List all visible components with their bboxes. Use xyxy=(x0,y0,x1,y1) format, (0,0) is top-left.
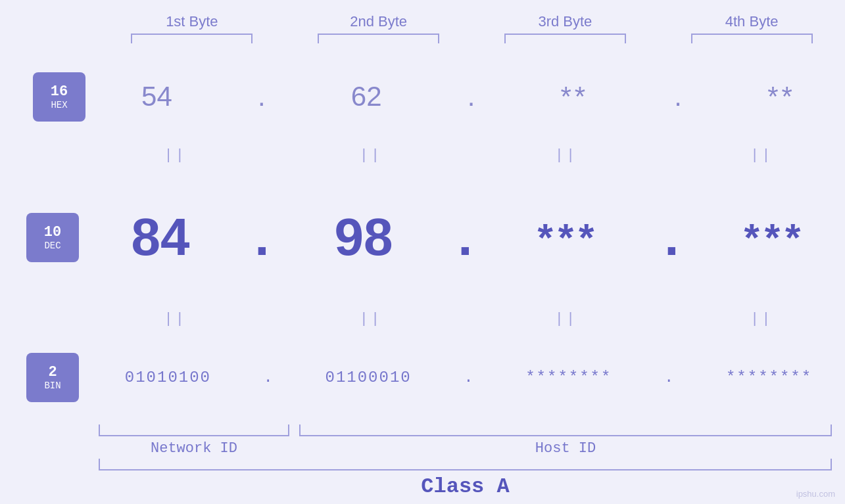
dec-d3: . xyxy=(664,207,679,267)
hex-b1: 54 xyxy=(141,81,172,112)
eq3: || xyxy=(500,147,632,164)
bracket-1 xyxy=(131,34,253,43)
bin-b2: 01100010 xyxy=(325,369,411,386)
byte2-header: 2nd Byte xyxy=(313,13,445,30)
main-container: 1st Byte 2nd Byte 3rd Byte 4th Byte 16 H… xyxy=(0,0,845,504)
bin-label: BIN xyxy=(44,380,60,391)
dec-b2: 98 xyxy=(334,207,393,267)
equals-row-1: || || || || xyxy=(0,144,845,167)
bin-b3: ******** xyxy=(525,369,612,386)
eq4: || xyxy=(696,147,827,164)
bracket-2 xyxy=(318,34,439,43)
network-id-label: Network ID xyxy=(99,440,289,457)
eq5: || xyxy=(110,311,241,327)
bin-d1: . xyxy=(264,369,273,386)
hex-d1: . xyxy=(258,81,266,112)
bottom-bracket-row xyxy=(99,424,832,436)
hex-b2: 62 xyxy=(351,81,382,112)
network-host-section: Network ID Host ID xyxy=(0,424,845,457)
dec-label: DEC xyxy=(44,241,60,251)
byte4-header: 4th Byte xyxy=(686,13,817,30)
class-bracket xyxy=(99,459,832,470)
hex-badge: 16 HEX xyxy=(33,72,85,122)
dec-d2: . xyxy=(458,207,472,267)
eq8: || xyxy=(696,311,827,327)
hex-row: 16 HEX 54 . 62 . ** . ** xyxy=(0,50,845,144)
hex-number: 16 xyxy=(51,83,68,100)
dec-b1: 84 xyxy=(131,207,189,267)
bracket-4 xyxy=(691,34,813,43)
bin-number: 2 xyxy=(48,364,57,380)
watermark-text: ipshu.com xyxy=(796,489,835,499)
bin-values: 01010100 . 01100010 . ******** . *******… xyxy=(92,369,845,386)
host-id-text: Host ID xyxy=(535,440,596,457)
host-bracket xyxy=(299,424,832,436)
network-bracket xyxy=(99,424,289,436)
eq7: || xyxy=(500,311,632,327)
top-brackets xyxy=(0,34,845,43)
hex-values: 54 . 62 . ** . ** xyxy=(92,81,845,112)
dec-b3: *** xyxy=(537,215,599,260)
hex-d3: . xyxy=(674,81,682,112)
equals-row-2: || || || || xyxy=(0,308,845,331)
byte-headers: 1st Byte 2nd Byte 3rd Byte 4th Byte xyxy=(0,13,845,30)
bin-badge: 2 BIN xyxy=(26,353,79,402)
dec-row: 10 DEC 84 . 98 . *** . *** xyxy=(0,167,845,308)
dec-d1: . xyxy=(254,207,269,267)
dec-badge: 10 DEC xyxy=(26,213,79,262)
eq2: || xyxy=(305,147,437,164)
network-id-text: Network ID xyxy=(151,440,237,457)
dec-number: 10 xyxy=(44,224,61,241)
byte3-header: 3rd Byte xyxy=(499,13,631,30)
id-labels: Network ID Host ID xyxy=(99,440,832,457)
bin-b4: ******** xyxy=(726,369,812,386)
bin-row: 2 BIN 01010100 . 01100010 . ******** . *… xyxy=(0,331,845,424)
hex-d2: . xyxy=(468,81,475,112)
hex-b4: ** xyxy=(767,81,796,112)
eq1: || xyxy=(110,147,241,164)
hex-label: HEX xyxy=(51,100,67,110)
host-id-label: Host ID xyxy=(299,440,832,457)
bracket-3 xyxy=(504,34,626,43)
bin-b1: 01010100 xyxy=(125,369,211,386)
byte1-header: 1st Byte xyxy=(126,13,258,30)
hex-b3: ** xyxy=(560,81,589,112)
dec-values: 84 . 98 . *** . *** xyxy=(92,207,845,267)
eq6: || xyxy=(305,311,437,327)
class-label-wrapper: Class A xyxy=(99,474,832,499)
bin-d3: . xyxy=(664,369,673,386)
class-section: Class A xyxy=(0,459,845,499)
watermark: ipshu.com xyxy=(796,489,835,499)
dec-b4: *** xyxy=(744,215,806,260)
class-label: Class A xyxy=(421,474,509,499)
bin-d2: . xyxy=(464,369,473,386)
